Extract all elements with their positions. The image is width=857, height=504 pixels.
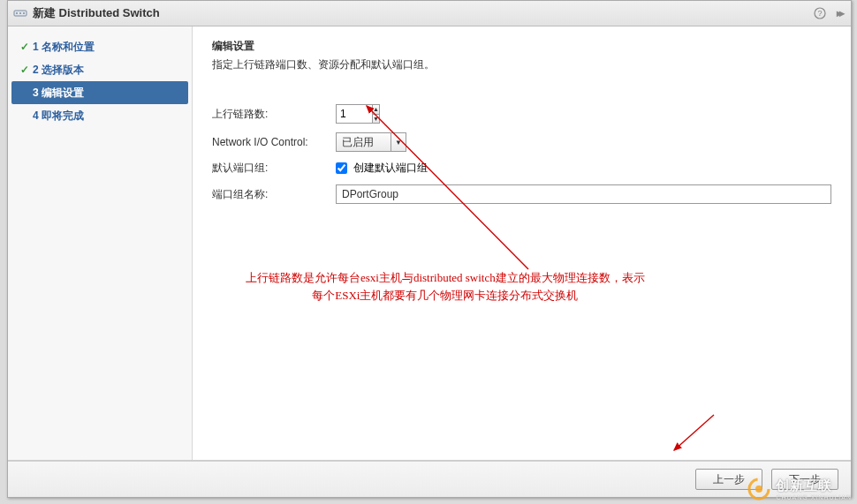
- step-label: 名称和位置: [42, 40, 95, 55]
- spinner-up-icon[interactable]: ▲: [373, 105, 379, 115]
- row-portgroup-name: 端口组名称:: [212, 184, 831, 204]
- nioc-value: 已启用: [337, 133, 391, 151]
- svg-point-2: [19, 12, 21, 14]
- default-pg-checkbox-wrap[interactable]: 创建默认端口组: [336, 161, 428, 176]
- step-3-edit-settings[interactable]: ✓ 3 编辑设置: [11, 81, 188, 104]
- row-default-portgroup: 默认端口组: 创建默认端口组: [212, 161, 831, 176]
- help-icon[interactable]: ?: [814, 7, 826, 19]
- svg-point-3: [23, 12, 25, 14]
- default-pg-checkbox-label: 创建默认端口组: [353, 162, 428, 174]
- step-num: 1: [33, 41, 39, 53]
- step-num: 3: [33, 87, 39, 99]
- wizard-dialog: 新建 Distributed Switch ? ▸▸ ✓ 1 名称和位置 ✓ 2…: [7, 0, 852, 498]
- annotation-line1: 上行链路数是允许每台esxi主机与distributed switch建立的最大…: [246, 271, 645, 284]
- wizard-footer: 上一步 下一步: [8, 461, 851, 497]
- dropdown-icon[interactable]: ▼: [391, 133, 406, 151]
- uplinks-label: 上行链路数:: [212, 107, 336, 122]
- step-1-name-location[interactable]: ✓ 1 名称和位置: [8, 35, 192, 58]
- pg-name-label: 端口组名称:: [212, 187, 336, 202]
- step-num: 2: [33, 64, 39, 76]
- pg-name-input[interactable]: [336, 184, 831, 204]
- nioc-select[interactable]: 已启用 ▼: [336, 132, 406, 152]
- dialog-title: 新建 Distributed Switch: [33, 5, 814, 21]
- section-title: 编辑设置: [212, 39, 831, 54]
- titlebar: 新建 Distributed Switch ? ▸▸: [8, 1, 851, 26]
- dialog-body: ✓ 1 名称和位置 ✓ 2 选择版本 ✓ 3 编辑设置 ✓ 4 即将完成: [8, 26, 851, 461]
- wizard-sidebar: ✓ 1 名称和位置 ✓ 2 选择版本 ✓ 3 编辑设置 ✓ 4 即将完成: [8, 26, 193, 460]
- next-button[interactable]: 下一步: [771, 469, 838, 490]
- row-nioc: Network I/O Control: 已启用 ▼: [212, 132, 831, 152]
- step-num: 4: [33, 109, 39, 122]
- svg-line-7: [674, 415, 714, 450]
- annotation-text: 上行链路数是允许每台esxi主机与distributed switch建立的最大…: [246, 269, 645, 304]
- uplinks-input[interactable]: [337, 105, 372, 123]
- uplinks-spinner[interactable]: ▲ ▼: [336, 104, 380, 124]
- spinner-down-icon[interactable]: ▼: [373, 115, 379, 124]
- step-label: 即将完成: [42, 109, 84, 124]
- annotation-line2: 每个ESXi主机都要有几个物理网卡连接分布式交换机: [312, 289, 578, 302]
- expand-icon[interactable]: ▸▸: [833, 7, 846, 19]
- back-button[interactable]: 上一步: [695, 469, 762, 490]
- step-2-select-version[interactable]: ✓ 2 选择版本: [8, 58, 192, 81]
- svg-text:?: ?: [817, 9, 822, 18]
- default-pg-checkbox[interactable]: [336, 162, 347, 174]
- row-uplinks: 上行链路数: ▲ ▼: [212, 104, 831, 124]
- step-label: 选择版本: [42, 63, 84, 78]
- step-4-ready-complete[interactable]: ✓ 4 即将完成: [8, 104, 192, 127]
- check-icon: ✓: [20, 41, 33, 53]
- default-pg-label: 默认端口组:: [212, 161, 336, 176]
- window-controls: ? ▸▸: [814, 7, 846, 19]
- section-desc: 指定上行链路端口数、资源分配和默认端口组。: [212, 57, 831, 72]
- svg-point-1: [16, 12, 18, 14]
- wizard-main: 编辑设置 指定上行链路端口数、资源分配和默认端口组。 上行链路数: ▲ ▼ Ne…: [193, 26, 851, 460]
- nioc-label: Network I/O Control:: [212, 136, 336, 148]
- switch-icon: [13, 7, 27, 19]
- step-label: 编辑设置: [42, 86, 84, 101]
- check-icon: ✓: [20, 64, 33, 76]
